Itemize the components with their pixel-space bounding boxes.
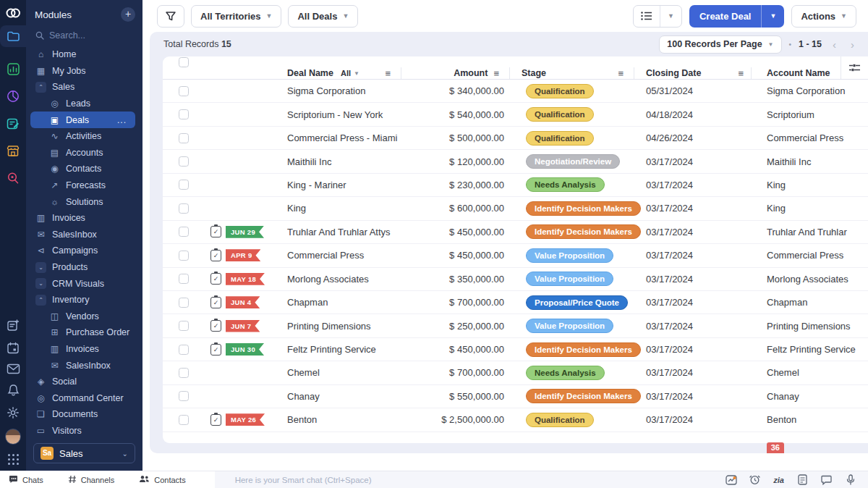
territory-filter-dropdown[interactable]: All Territories▼ bbox=[191, 5, 281, 28]
sidebar-item-activities[interactable]: ∿Activities bbox=[26, 128, 140, 145]
row-checkbox[interactable] bbox=[179, 133, 189, 143]
sidebar-item-leads[interactable]: ◎Leads bbox=[26, 96, 140, 112]
comment-icon[interactable] bbox=[814, 471, 838, 488]
zia-icon[interactable]: zia bbox=[767, 471, 791, 488]
notes-icon[interactable] bbox=[7, 117, 20, 130]
task-check-icon[interactable]: ✓ bbox=[210, 344, 221, 356]
bar-chart-icon[interactable] bbox=[7, 63, 20, 75]
row-checkbox[interactable] bbox=[179, 368, 189, 378]
table-row[interactable]: ✓ Scriptorium - New York $ 540,000.00 Qu… bbox=[163, 103, 868, 126]
notification-count-badge[interactable]: 36 bbox=[767, 442, 784, 453]
sidebar-item-invoices[interactable]: ▥Invoices bbox=[26, 341, 140, 358]
deal-name-cell[interactable]: Chanay bbox=[280, 391, 401, 402]
bell-icon[interactable] bbox=[7, 384, 20, 397]
row-checkbox[interactable] bbox=[179, 415, 189, 425]
sidebar-item-vendors[interactable]: ◫Vendors bbox=[26, 308, 140, 325]
task-check-icon[interactable]: ✓ bbox=[210, 297, 221, 308]
next-page-button[interactable]: › bbox=[847, 38, 858, 51]
activity-icon[interactable] bbox=[719, 471, 743, 488]
sidebar-item-forecasts[interactable]: ↗Forecasts bbox=[26, 177, 140, 194]
zoho-logo-icon[interactable] bbox=[5, 7, 21, 20]
row-checkbox[interactable] bbox=[179, 86, 189, 96]
deal-name-cell[interactable]: King - Mariner bbox=[280, 180, 401, 190]
deal-name-cell[interactable]: Maithili Inc bbox=[280, 156, 401, 167]
deal-name-cell[interactable]: Commercial Press - Miami bbox=[280, 132, 401, 143]
prev-page-button[interactable]: ‹ bbox=[829, 38, 840, 51]
task-check-icon[interactable]: ✓ bbox=[210, 273, 221, 285]
sidebar-item-products[interactable]: ⌄Products bbox=[26, 259, 140, 276]
row-checkbox[interactable] bbox=[179, 251, 189, 261]
row-checkbox[interactable] bbox=[179, 345, 189, 355]
column-menu-icon[interactable]: ≡ bbox=[385, 68, 391, 79]
task-check-icon[interactable]: ✓ bbox=[210, 320, 221, 332]
task-check-icon[interactable]: ✓ bbox=[210, 414, 221, 426]
row-checkbox[interactable] bbox=[179, 227, 189, 237]
row-checkbox[interactable] bbox=[179, 298, 189, 308]
row-checkbox[interactable] bbox=[179, 391, 189, 401]
records-per-page-dropdown[interactable]: 100 Records Per Page▼ bbox=[659, 35, 781, 54]
task-due-badge[interactable]: APR 9 bbox=[226, 249, 260, 261]
table-row[interactable]: ✓ APR 9 Commercial Press $ 450,000.00 Va… bbox=[163, 244, 868, 267]
row-checkbox[interactable] bbox=[179, 321, 189, 331]
deal-name-cell[interactable]: Chapman bbox=[280, 297, 401, 308]
account-name-cell[interactable]: Commercial Press bbox=[752, 132, 868, 143]
smart-chat-input[interactable]: Here is your Smart chat (Ctrl+Space) bbox=[215, 471, 719, 488]
chevron-down-icon[interactable]: ⌄ bbox=[35, 262, 46, 273]
mail-icon[interactable] bbox=[7, 363, 20, 374]
mic-icon[interactable] bbox=[838, 471, 862, 488]
select-all-checkbox[interactable] bbox=[179, 57, 189, 67]
col-amount[interactable]: Amount bbox=[454, 68, 488, 78]
note-add-icon[interactable] bbox=[7, 319, 20, 332]
sidebar-item-salesinbox[interactable]: ✉SalesInbox bbox=[26, 227, 140, 243]
table-row[interactable]: ✓ MAY 26 Benton $ 2,500,000.00 Qualifica… bbox=[163, 408, 868, 432]
table-row[interactable]: ✓ Commercial Press - Miami $ 500,000.00 … bbox=[163, 127, 868, 150]
deal-name-cell[interactable]: Chemel bbox=[280, 367, 401, 378]
row-checkbox[interactable] bbox=[179, 203, 189, 214]
pie-chart-icon[interactable] bbox=[7, 90, 20, 103]
view-filter-dropdown[interactable]: All Deals▼ bbox=[288, 5, 358, 28]
task-check-icon[interactable]: ✓ bbox=[210, 226, 221, 237]
deal-name-cell[interactable]: Scriptorium - New York bbox=[280, 109, 401, 120]
sidebar-item-campaigns[interactable]: ⊲Campaigns bbox=[26, 243, 140, 259]
column-manager-icon[interactable] bbox=[841, 56, 868, 79]
column-menu-icon[interactable]: ≡ bbox=[618, 68, 624, 79]
table-row[interactable]: ✓ Chanay $ 550,000.00 Identify Decision … bbox=[163, 385, 868, 408]
table-row[interactable]: ✓ JUN 30 Feltz Printing Service $ 450,00… bbox=[163, 338, 868, 361]
account-name-cell[interactable]: Maithili Inc bbox=[752, 156, 868, 167]
deal-name-cell[interactable]: Commercial Press bbox=[280, 250, 401, 261]
chevron-down-icon[interactable]: ⌄ bbox=[35, 278, 46, 289]
sidebar-item-visitors[interactable]: ▭Visitors bbox=[26, 423, 140, 437]
deal-name-cell[interactable]: Printing Dimensions bbox=[280, 321, 401, 332]
task-due-badge[interactable]: MAY 26 bbox=[226, 413, 265, 426]
account-name-cell[interactable]: King bbox=[752, 180, 868, 190]
account-name-cell[interactable]: Morlong Associates bbox=[752, 274, 868, 285]
col-stage[interactable]: Stage bbox=[522, 68, 546, 78]
calendar-icon[interactable] bbox=[7, 342, 20, 354]
deal-name-cell[interactable]: Benton bbox=[280, 414, 401, 425]
col-closing-date[interactable]: Closing Date bbox=[646, 68, 701, 78]
col-account-name[interactable]: Account Name bbox=[767, 68, 830, 78]
deal-name-filter-dropdown[interactable]: All▼ bbox=[341, 69, 359, 77]
account-name-cell[interactable]: Truhlar And Truhlar bbox=[752, 227, 868, 237]
sidebar-item-deals[interactable]: ▣Deals... bbox=[30, 112, 135, 128]
table-row[interactable]: ✓ Chemel $ 700,000.00 Needs Analysis 03/… bbox=[163, 361, 868, 384]
sidebar-item-crm-visuals[interactable]: ⌄CRM Visuals bbox=[26, 275, 140, 292]
chat-tab-contacts[interactable]: Contacts bbox=[139, 475, 185, 484]
list-view-selector[interactable]: ▼ bbox=[633, 5, 682, 28]
row-checkbox[interactable] bbox=[179, 156, 189, 167]
sidebar-item-home[interactable]: ⌂Home bbox=[26, 46, 140, 63]
org-selector[interactable]: Sa Sales ⌄ bbox=[33, 443, 135, 463]
deal-name-cell[interactable]: Truhlar And Truhlar Attys bbox=[280, 227, 401, 237]
task-due-badge[interactable]: MAY 18 bbox=[226, 273, 265, 285]
more-options-icon[interactable]: ... bbox=[117, 115, 127, 125]
table-row[interactable]: ✓ King $ 600,000.00 Identify Decision Ma… bbox=[163, 197, 868, 220]
chat-tab-chats[interactable]: Chats bbox=[9, 475, 43, 485]
deal-name-cell[interactable]: Sigma Corporation bbox=[280, 85, 401, 96]
task-due-badge[interactable]: JUN 29 bbox=[226, 226, 264, 238]
table-row[interactable]: ✓ King - Mariner $ 230,000.00 Needs Anal… bbox=[163, 174, 868, 197]
sidebar-item-accounts[interactable]: ▤Accounts bbox=[26, 145, 140, 161]
chevron-up-icon[interactable]: ⌃ bbox=[35, 295, 46, 306]
deal-name-cell[interactable]: Morlong Associates bbox=[280, 274, 401, 285]
gear-icon[interactable] bbox=[7, 406, 20, 419]
table-row[interactable]: ✓ Sigma Corporation $ 340,000.00 Qualifi… bbox=[163, 80, 868, 103]
